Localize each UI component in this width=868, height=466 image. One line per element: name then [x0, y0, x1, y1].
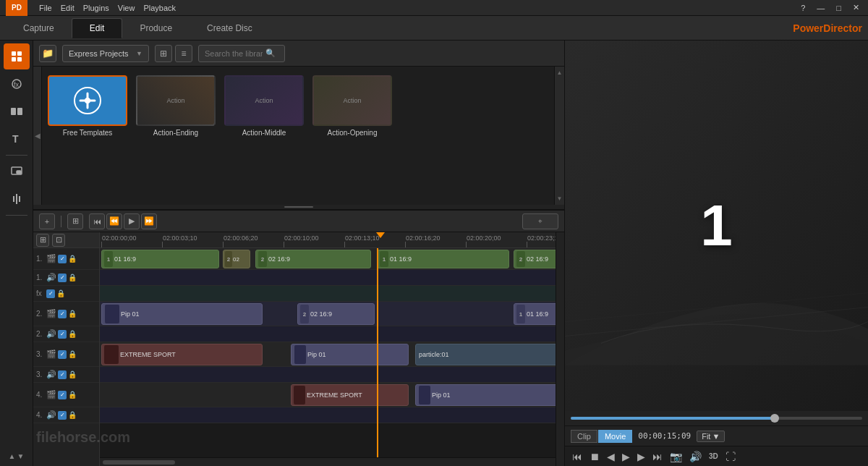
- fx-checkbox[interactable]: ✓: [46, 289, 55, 298]
- clip-4-2[interactable]: Pip 01: [415, 384, 556, 406]
- clip-2-1[interactable]: Pip 01: [101, 303, 263, 325]
- library-search-box[interactable]: 🔍: [198, 45, 285, 62]
- track-4-audio-clips[interactable]: [100, 407, 556, 423]
- resize-handle[interactable]: [33, 205, 564, 209]
- clip-1-4[interactable]: 1 01 16:9: [377, 250, 509, 268]
- track-lock-all[interactable]: ⊡: [52, 234, 65, 247]
- menu-plugins[interactable]: Plugins: [83, 4, 109, 12]
- clip-button[interactable]: Clip: [571, 430, 597, 443]
- preview-frameback-button[interactable]: ◀: [605, 449, 616, 464]
- clip-1-2[interactable]: 2 02: [223, 250, 250, 268]
- clip-1-5[interactable]: 2 02 16:9: [514, 250, 556, 268]
- sidebar-collapse-arrows[interactable]: ▲ ▼: [9, 452, 25, 460]
- preview-play-button[interactable]: ▶: [621, 449, 631, 464]
- sidebar-btn-pip[interactable]: [4, 158, 30, 185]
- track-3-lock-icon[interactable]: 🔒: [68, 350, 77, 358]
- collapse-button[interactable]: ◀: [33, 67, 42, 205]
- clip-2-2[interactable]: 2 02 16:9: [297, 303, 375, 325]
- track-1-lock-icon[interactable]: 🔒: [68, 255, 77, 263]
- timeline-scrollbar[interactable]: [100, 457, 556, 466]
- menu-view[interactable]: View: [118, 4, 135, 12]
- track-4-checkbox[interactable]: ✓: [58, 391, 67, 399]
- track-2a-checkbox[interactable]: ✓: [58, 330, 67, 339]
- track-4-lock-icon[interactable]: 🔒: [68, 391, 77, 399]
- sidebar-btn-audio[interactable]: [4, 186, 30, 212]
- timeline-prev-button[interactable]: ⏪: [106, 213, 122, 229]
- help-btn[interactable]: ?: [798, 4, 808, 12]
- track-3a-lock-icon[interactable]: 🔒: [68, 370, 77, 378]
- thumb-free-templates[interactable]: Free Templates: [48, 75, 127, 137]
- fit-label: Fit: [702, 432, 710, 441]
- library-scrollbar[interactable]: ▲ ▼: [554, 67, 564, 205]
- minimize-btn[interactable]: —: [814, 4, 827, 12]
- sidebar-btn-fx[interactable]: fx: [4, 71, 30, 97]
- timeline-rewind-button[interactable]: ⏮: [89, 213, 105, 229]
- clip-1-3[interactable]: 2 02 16:9: [255, 250, 371, 268]
- fx-lock-icon[interactable]: 🔒: [56, 289, 65, 297]
- preview-rewind-button[interactable]: ⏮: [571, 449, 584, 464]
- movie-button[interactable]: Movie: [598, 430, 632, 443]
- preview-snapshot-button[interactable]: 📷: [668, 449, 684, 464]
- clip-1-1[interactable]: 1 01 16:9: [101, 250, 219, 268]
- tab-edit[interactable]: Edit: [72, 18, 123, 38]
- track-2-checkbox[interactable]: ✓: [58, 310, 67, 318]
- thumb-action-ending[interactable]: Action Action-Ending: [136, 75, 216, 137]
- grid-view-button[interactable]: ⊞: [155, 45, 172, 62]
- menu-playback[interactable]: Playback: [143, 4, 176, 12]
- preview-scrubber[interactable]: [565, 411, 868, 425]
- preview-stop-button[interactable]: ⏹: [588, 449, 601, 464]
- tab-produce[interactable]: Produce: [122, 19, 190, 38]
- timeline-vscrollbar[interactable]: [556, 232, 564, 466]
- clip-3-1[interactable]: EXTREME SPORT: [101, 344, 263, 365]
- track-4a-checkbox[interactable]: ✓: [58, 411, 67, 420]
- fit-dropdown[interactable]: Fit ▼: [697, 431, 725, 442]
- fit-to-window-button[interactable]: ⊞: [67, 213, 83, 229]
- sidebar-btn-titles[interactable]: T: [4, 126, 30, 152]
- timeline-next-button[interactable]: ⏩: [141, 213, 157, 229]
- track-2-audio-clips[interactable]: [100, 326, 556, 342]
- library-search-input[interactable]: [205, 49, 263, 58]
- track-2-lock-icon[interactable]: 🔒: [68, 310, 77, 318]
- track-2a-lock-icon[interactable]: 🔒: [68, 330, 77, 338]
- close-btn[interactable]: ✕: [850, 3, 862, 12]
- tab-capture[interactable]: Capture: [6, 19, 72, 38]
- sidebar-btn-transitions[interactable]: [4, 98, 30, 124]
- track-3-checkbox[interactable]: ✓: [58, 350, 67, 359]
- timeline-play-button[interactable]: ▶: [124, 213, 140, 229]
- preview-fullscreen-button[interactable]: ⛶: [724, 449, 737, 464]
- clip-3-2[interactable]: Pip 01: [291, 344, 409, 365]
- thumb-action-opening[interactable]: Action Action-Opening: [312, 75, 392, 137]
- list-view-button[interactable]: ≡: [175, 45, 192, 62]
- clip-3-3[interactable]: particle:01: [415, 344, 556, 365]
- menu-edit[interactable]: Edit: [61, 4, 75, 12]
- thumb-action-middle[interactable]: Action Action-Middle: [224, 75, 304, 137]
- clip-2-3[interactable]: 1 01 16:9: [514, 303, 556, 325]
- preview-fastforward-button[interactable]: ⏭: [651, 449, 664, 464]
- folder-button[interactable]: 📁: [39, 45, 56, 62]
- track-1-audio-clips[interactable]: [100, 270, 556, 286]
- scrubber-handle[interactable]: [770, 414, 779, 423]
- sidebar-btn-media[interactable]: [4, 43, 30, 69]
- scrollbar-thumb[interactable]: [103, 460, 175, 465]
- scrubber-track[interactable]: [571, 417, 862, 420]
- clip-4-1[interactable]: EXTREME SPORT: [291, 384, 409, 406]
- track-1a-checkbox[interactable]: ✓: [58, 274, 67, 282]
- fx-track-clips[interactable]: [100, 286, 556, 302]
- project-type-dropdown[interactable]: Express Projects ▼: [62, 45, 149, 62]
- preview-volume-button[interactable]: 🔊: [688, 449, 703, 464]
- track-3a-checkbox[interactable]: ✓: [58, 370, 67, 379]
- track-4-video-clips[interactable]: EXTREME SPORT Pip 01 If you're going to …: [100, 383, 556, 407]
- track-3-audio-clips[interactable]: [100, 367, 556, 383]
- preview-3d-button[interactable]: 3D: [707, 451, 720, 462]
- track-1-video-clips[interactable]: 1 01 16:9 2 02 2 02 16:9: [100, 248, 556, 270]
- preview-frameforward-button[interactable]: ▶: [636, 449, 647, 464]
- menu-file[interactable]: File: [39, 4, 52, 12]
- track-3-video-clips[interactable]: EXTREME SPORT Pip 01 particle:01 A: [100, 342, 556, 367]
- maximize-btn[interactable]: □: [833, 4, 844, 12]
- track-1a-lock-icon[interactable]: 🔒: [68, 274, 77, 281]
- track-2-video-clips[interactable]: Pip 01 2 02 16:9 1 01 16:9 2: [100, 302, 556, 326]
- tab-create-disc[interactable]: Create Disc: [190, 19, 270, 38]
- add-track-button[interactable]: +: [39, 213, 55, 229]
- track-1-checkbox[interactable]: ✓: [58, 255, 67, 263]
- track-4a-lock-icon[interactable]: 🔒: [68, 411, 77, 419]
